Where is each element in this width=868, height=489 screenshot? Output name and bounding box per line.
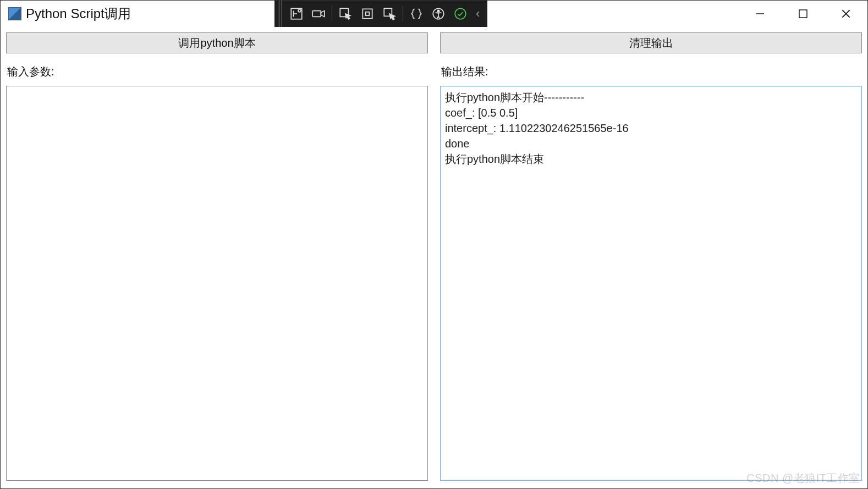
camera-icon[interactable] [307,3,329,25]
pointer-arrow-icon[interactable] [334,3,356,25]
toolbar-grip-icon[interactable] [278,1,282,27]
svg-rect-5 [366,12,370,16]
accessibility-icon[interactable] [427,3,449,25]
braces-icon[interactable] [405,3,427,25]
ok-check-icon[interactable] [449,3,471,25]
clear-output-button[interactable]: 清理输出 [440,32,862,53]
svg-rect-10 [799,10,807,18]
input-params-textbox[interactable] [6,86,428,481]
svg-rect-2 [312,11,321,17]
window-controls [739,1,867,27]
svg-point-1 [298,9,301,12]
content-area: 调用python脚本 输入参数: 清理输出 输出结果: [1,27,867,488]
run-script-button-label: 调用python脚本 [178,36,255,51]
inspect-icon[interactable] [378,3,400,25]
window-title: Python Script调用 [26,5,131,23]
toolbar-separator [403,6,403,21]
output-result-label: 输出结果: [441,64,862,79]
run-script-button[interactable]: 调用python脚本 [6,32,428,53]
right-column: 清理输出 输出结果: [440,32,862,481]
svg-point-8 [437,10,439,12]
svg-rect-4 [362,9,372,18]
output-result-textbox[interactable] [440,86,862,481]
toolbar-separator [332,6,332,21]
live-tree-icon[interactable] [285,3,307,25]
debug-toolbar: ‹ [274,1,487,27]
app-icon [8,7,21,20]
close-button[interactable] [825,1,867,27]
clear-output-button-label: 清理输出 [629,36,673,51]
titlebar: Python Script调用 [1,1,867,27]
toolbar-chevron-icon[interactable]: ‹ [471,7,484,21]
maximize-button[interactable] [782,1,825,27]
app-window: Python Script调用 [0,0,868,489]
svg-point-9 [455,8,466,19]
focus-box-icon[interactable] [356,3,378,25]
left-column: 调用python脚本 输入参数: [6,32,428,481]
input-params-label: 输入参数: [7,64,428,79]
minimize-button[interactable] [739,1,782,27]
